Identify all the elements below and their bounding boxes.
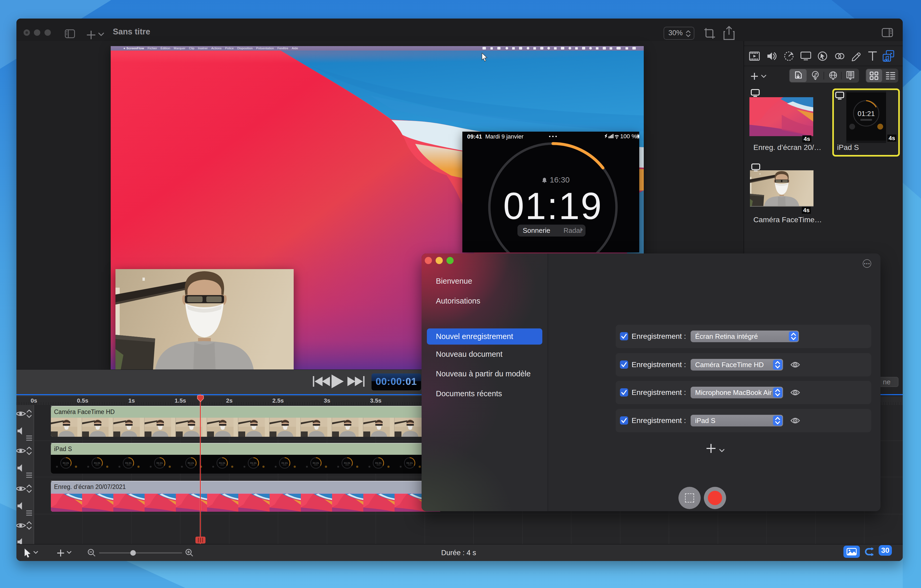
svg-text:Enreg. d’écran 20/07/2021: Enreg. d’écran 20/07/2021: [54, 484, 126, 490]
svg-text:100 %: 100 %: [620, 133, 636, 140]
svg-text:09:41 Mardi 9 janvier: 09:41 Mardi 9 janvier: [467, 133, 524, 140]
svg-text:iPad S: iPad S: [54, 446, 72, 453]
svg-text:01:19: 01:19: [503, 185, 602, 227]
svg-text:16:30: 16:30: [550, 175, 570, 184]
svg-text:Caméra FaceTime HD: Caméra FaceTime HD: [54, 409, 115, 415]
svg-text:01:21: 01:21: [858, 110, 875, 117]
svg-text:Sonnerie: Sonnerie: [523, 226, 550, 235]
svg-text:Radar: Radar: [563, 226, 582, 235]
